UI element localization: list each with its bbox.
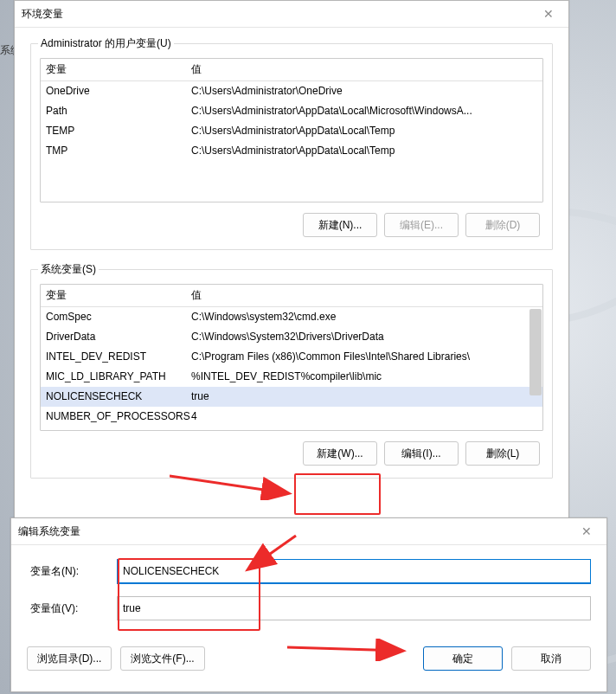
column-header-variable[interactable]: 变量 [46,288,191,303]
browse-directory-button[interactable]: 浏览目录(D)... [27,646,112,671]
system-group-caption: 系统变量(S) [38,262,99,277]
edit-system-variable-dialog: 编辑系统变量 ✕ 变量名(N): 变量值(V): 浏览目录(D)... 浏览文件… [10,517,607,692]
variable-name-cell: DriverData [46,329,191,345]
variable-name-cell: OneDrive [46,83,191,100]
variable-value-cell: 4 [191,408,537,425]
system-variables-list[interactable]: 变量 值 ComSpecC:\Windows\system32\cmd.exeD… [40,284,543,431]
variable-value-cell: C:\Windows\system32\cmd.exe [191,309,537,325]
variable-value-cell: Windows_NT [191,428,537,430]
table-row[interactable]: PathC:\Users\Administrator\AppData\Local… [41,101,542,121]
user-delete-button[interactable]: 删除(D) [465,213,540,237]
table-row[interactable]: NOLICENSECHECKtrue [41,387,542,407]
user-edit-button[interactable]: 编辑(E)... [384,213,459,237]
table-row[interactable]: DriverDataC:\Windows\System32\Drivers\Dr… [41,327,542,347]
variable-name-cell: NUMBER_OF_PROCESSORS [46,408,191,425]
column-header-variable[interactable]: 变量 [46,62,191,77]
environment-variables-dialog: 环境变量 ✕ Administrator 的用户变量(U) 变量 值 OneDr… [14,0,569,551]
variable-name-cell: ComSpec [46,309,191,325]
system-edit-button[interactable]: 编辑(I)... [384,441,459,466]
column-header-value[interactable]: 值 [191,62,537,77]
variable-name-cell: OS [46,428,191,430]
variable-name-cell: TEMP [46,123,191,139]
user-variables-group: Administrator 的用户变量(U) 变量 值 OneDriveC:\U… [30,43,553,250]
user-new-button[interactable]: 新建(N)... [303,213,377,237]
titlebar: 编辑系统变量 ✕ [11,518,606,545]
variable-name-cell: NOLICENSECHECK [46,389,191,405]
variable-value-cell: C:\Users\Administrator\OneDrive [191,83,537,100]
user-variables-list[interactable]: 变量 值 OneDriveC:\Users\Administrator\OneD… [40,58,543,202]
column-header-value[interactable]: 值 [191,288,537,303]
table-row[interactable]: INTEL_DEV_REDISTC:\Program Files (x86)\C… [41,347,542,367]
dialog-title: 编辑系统变量 [18,524,80,539]
scrollbar-thumb[interactable] [529,309,542,395]
system-delete-button[interactable]: 删除(L) [465,441,540,466]
user-group-caption: Administrator 的用户变量(U) [38,36,174,51]
table-row[interactable]: ComSpecC:\Windows\system32\cmd.exe [41,307,542,327]
browse-file-button[interactable]: 浏览文件(F)... [120,646,205,671]
table-row[interactable]: OneDriveC:\Users\Administrator\OneDrive [41,81,542,101]
close-icon[interactable]: ✕ [574,518,600,544]
table-row[interactable]: TMPC:\Users\Administrator\AppData\Local\… [41,141,542,161]
variable-name-input[interactable] [117,559,591,584]
variable-name-cell: MIC_LD_LIBRARY_PATH [46,369,191,385]
variable-name-cell: TMP [46,143,191,159]
variable-value-cell: true [191,389,537,405]
close-icon[interactable]: ✕ [536,1,561,27]
variable-name-label: 变量名(N): [27,564,117,579]
titlebar: 环境变量 ✕ [15,1,568,28]
variable-value-cell: C:\Users\Administrator\AppData\Local\Tem… [191,143,537,159]
variable-value-cell: C:\Users\Administrator\AppData\Local\Mic… [191,103,537,119]
system-variables-group: 系统变量(S) 变量 值 ComSpecC:\Windows\system32\… [30,269,553,479]
variable-value-cell: C:\Users\Administrator\AppData\Local\Tem… [191,123,537,139]
variable-name-cell: INTEL_DEV_REDIST [46,349,191,365]
ok-button[interactable]: 确定 [423,646,503,671]
dialog-title: 环境变量 [22,7,63,22]
variable-value-label: 变量值(V): [27,601,117,616]
table-row[interactable]: TEMPC:\Users\Administrator\AppData\Local… [41,121,542,141]
variable-value-input[interactable] [117,596,591,620]
table-row[interactable]: NUMBER_OF_PROCESSORS4 [41,407,542,427]
table-row[interactable]: MIC_LD_LIBRARY_PATH%INTEL_DEV_REDIST%com… [41,367,542,387]
cancel-button[interactable]: 取消 [511,646,591,671]
variable-value-cell: C:\Program Files (x86)\Common Files\Inte… [191,349,537,365]
variable-value-cell: C:\Windows\System32\Drivers\DriverData [191,329,537,345]
system-new-button[interactable]: 新建(W)... [303,441,377,466]
table-row[interactable]: OSWindows_NT [41,427,542,430]
variable-name-cell: Path [46,103,191,119]
variable-value-cell: %INTEL_DEV_REDIST%compiler\lib\mic [191,369,537,385]
